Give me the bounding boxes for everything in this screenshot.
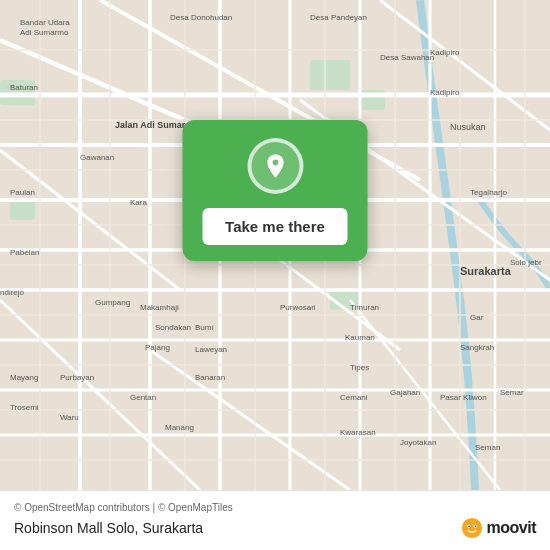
svg-text:Kauman: Kauman	[345, 333, 375, 342]
map-container: Bandar Udara Adi Sumarmo Desa Donohudan …	[0, 0, 550, 490]
location-row: Robinson Mall Solo, Surakarta moovit	[14, 517, 536, 539]
svg-text:Kara: Kara	[130, 198, 147, 207]
svg-text:Manang: Manang	[165, 423, 194, 432]
location-pin-icon	[261, 152, 289, 180]
svg-text:Seman: Seman	[475, 443, 500, 452]
svg-text:Timuran: Timuran	[350, 303, 379, 312]
svg-text:Solo jebr: Solo jebr	[510, 258, 542, 267]
svg-text:Kadipiro: Kadipiro	[430, 48, 460, 57]
svg-text:Tipes: Tipes	[350, 363, 369, 372]
svg-text:Trosemi: Trosemi	[10, 403, 39, 412]
svg-text:Tegalharjo: Tegalharjo	[470, 188, 507, 197]
svg-text:ndirejo: ndirejo	[0, 288, 25, 297]
svg-text:Mayang: Mayang	[10, 373, 38, 382]
svg-text:Sondakan: Sondakan	[155, 323, 191, 332]
moovit-logo: moovit	[461, 517, 536, 539]
svg-text:Semar: Semar	[500, 388, 524, 397]
svg-text:Baturan: Baturan	[10, 83, 38, 92]
location-icon-container	[247, 138, 303, 194]
svg-text:Gentan: Gentan	[130, 393, 156, 402]
svg-text:Desa Sawahan: Desa Sawahan	[380, 53, 434, 62]
svg-text:Purwosari: Purwosari	[280, 303, 316, 312]
bottom-bar: © OpenStreetMap contributors | © OpenMap…	[0, 490, 550, 550]
svg-text:Cemani: Cemani	[340, 393, 368, 402]
svg-text:Gajahan: Gajahan	[390, 388, 420, 397]
svg-text:Kadipiro: Kadipiro	[430, 88, 460, 97]
svg-text:Paulan: Paulan	[10, 188, 35, 197]
svg-text:Laweyan: Laweyan	[195, 345, 227, 354]
svg-text:Gumpang: Gumpang	[95, 298, 130, 307]
svg-text:Sangkrah: Sangkrah	[460, 343, 494, 352]
svg-text:Bumi: Bumi	[195, 323, 213, 332]
svg-text:Gawanan: Gawanan	[80, 153, 114, 162]
svg-rect-5	[10, 200, 35, 220]
svg-text:Surakarta: Surakarta	[460, 265, 512, 277]
svg-text:Desa Donohudan: Desa Donohudan	[170, 13, 232, 22]
svg-text:Kwarasan: Kwarasan	[340, 428, 376, 437]
svg-text:Waru: Waru	[60, 413, 79, 422]
svg-text:Makamhaji: Makamhaji	[140, 303, 179, 312]
svg-point-94	[468, 526, 470, 528]
moovit-icon	[461, 517, 483, 539]
svg-text:Nusukan: Nusukan	[450, 122, 486, 132]
svg-text:Joyotakan: Joyotakan	[400, 438, 436, 447]
map-attribution: © OpenStreetMap contributors | © OpenMap…	[14, 502, 536, 513]
card-overlay: Take me there	[183, 120, 368, 261]
svg-text:Adi Sumarmo: Adi Sumarmo	[20, 28, 69, 37]
svg-text:Bandar Udara: Bandar Udara	[20, 18, 70, 27]
svg-point-91	[461, 518, 481, 538]
location-name: Robinson Mall Solo, Surakarta	[14, 520, 203, 536]
svg-rect-1	[310, 60, 350, 90]
svg-text:Pabelan: Pabelan	[10, 248, 39, 257]
moovit-brand-text: moovit	[487, 519, 536, 537]
svg-text:Purbayan: Purbayan	[60, 373, 94, 382]
svg-text:Pasar Kliwon: Pasar Kliwon	[440, 393, 487, 402]
take-me-there-button[interactable]: Take me there	[203, 208, 348, 245]
svg-point-95	[474, 526, 476, 528]
svg-text:Pajang: Pajang	[145, 343, 170, 352]
svg-text:Desa Pandeyan: Desa Pandeyan	[310, 13, 367, 22]
svg-text:Banaran: Banaran	[195, 373, 225, 382]
svg-text:Gar: Gar	[470, 313, 484, 322]
